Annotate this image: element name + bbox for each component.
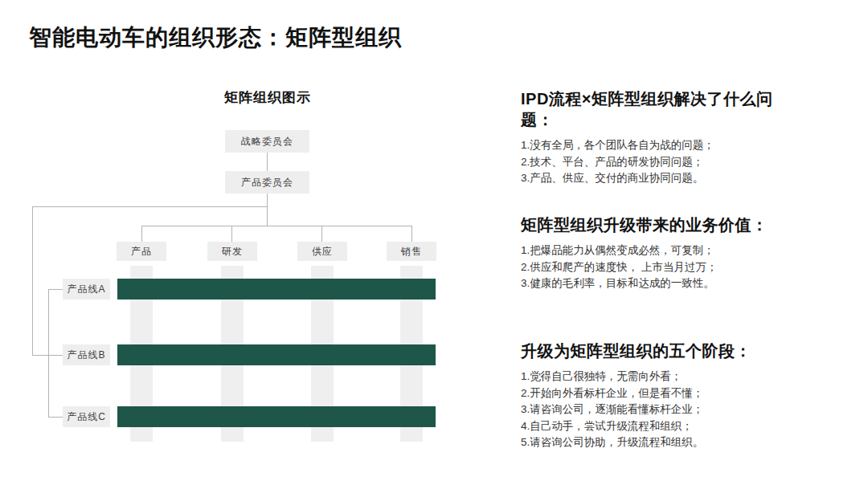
product-committee-box: 产品委员会	[225, 171, 309, 194]
list-item: 5.请咨询公司协助，升级流程和组织。	[521, 434, 794, 451]
list-item: 2.开始向外看标杆企业，但是看不懂；	[521, 385, 794, 402]
row-label-product-line-a: 产品线A	[63, 279, 110, 300]
connector-line	[32, 206, 268, 207]
column-box-product: 产品	[117, 242, 166, 261]
slide-title: 智能电动车的组织形态：矩阵型组织	[29, 22, 402, 53]
diagram-title: 矩阵组织图示	[187, 88, 348, 107]
row-label-product-line-c: 产品线C	[63, 406, 110, 427]
list-item: 4.自己动手，尝试升级流程和组织；	[521, 418, 794, 435]
section-heading: 矩阵型组织升级带来的业务价值：	[521, 214, 794, 235]
list-item: 1.觉得自己很独特，无需向外看；	[521, 369, 794, 385]
column-box-rnd: 研发	[207, 242, 257, 261]
connector-line	[141, 226, 412, 226]
list-item: 2.供应和爬产的速度快， 上市当月过万；	[521, 259, 794, 276]
matrix-bar-product-line-b	[117, 344, 436, 365]
connector-line	[321, 226, 322, 242]
section-heading: IPD流程×矩阵型组织解决了什么问题：	[521, 88, 794, 130]
connector-line	[48, 289, 63, 290]
matrix-bar-product-line-c	[117, 406, 436, 427]
list-item: 1.把爆品能力从偶然变成必然，可复制；	[521, 242, 794, 259]
list-item: 1.没有全局，各个团队各自为战的问题；	[521, 137, 794, 154]
connector-line	[411, 226, 412, 242]
list-item: 2.技术、平台、产品的研发协同问题；	[521, 154, 794, 171]
connector-line	[48, 289, 49, 417]
column-box-sales: 销售	[387, 242, 436, 261]
connector-line	[32, 206, 33, 355]
row-label-product-line-b: 产品线B	[63, 344, 110, 365]
list-item: 3.产品、供应、交付的商业协同问题。	[521, 170, 794, 187]
connector-line	[267, 153, 268, 171]
strategy-committee-box: 战略委员会	[225, 130, 309, 153]
connector-line	[48, 417, 63, 418]
column-box-supply: 供应	[297, 242, 347, 261]
connector-line	[231, 226, 232, 242]
list-item: 3.健康的毛利率，目标和达成的一致性。	[521, 275, 794, 292]
section-heading: 升级为矩阵型组织的五个阶段：	[521, 340, 794, 361]
section-five-stages: 升级为矩阵型组织的五个阶段： 1.觉得自己很独特，无需向外看； 2.开始向外看标…	[521, 340, 794, 451]
matrix-bar-product-line-a	[117, 279, 436, 300]
section-business-value: 矩阵型组织升级带来的业务价值： 1.把爆品能力从偶然变成必然，可复制； 2.供应…	[521, 214, 794, 292]
slide: 智能电动车的组织形态：矩阵型组织 矩阵组织图示 战略委员会 产品委员会 产品 研…	[0, 0, 868, 489]
connector-line	[32, 355, 63, 356]
list-item: 3.请咨询公司，逐渐能看懂标杆企业；	[521, 401, 794, 418]
connector-line	[267, 194, 268, 226]
connector-line	[141, 226, 142, 242]
section-ipd-problems: IPD流程×矩阵型组织解决了什么问题： 1.没有全局，各个团队各自为战的问题； …	[521, 88, 794, 187]
